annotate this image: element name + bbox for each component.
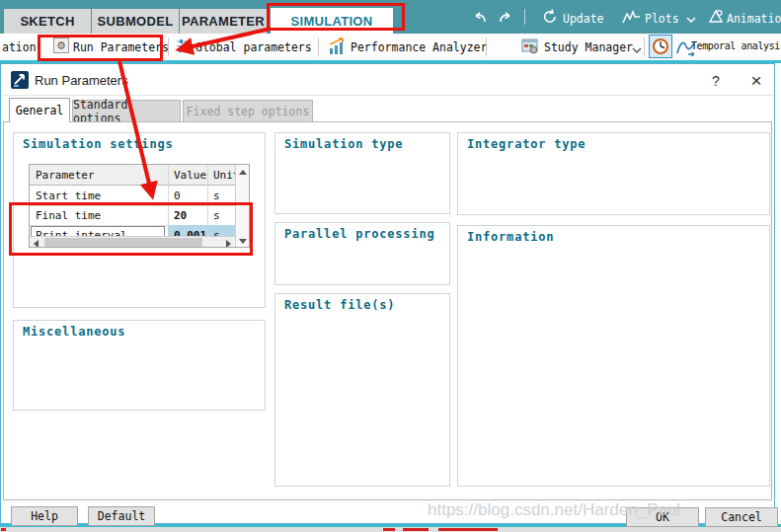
group-title: Simulation settings [23, 137, 173, 151]
group-title: Simulation type [284, 137, 403, 151]
table-cell-value[interactable]: 0 [174, 186, 181, 205]
dialog-title: Run Parameters [35, 73, 128, 88]
global-parameters-button[interactable]: Global parameters [195, 40, 312, 54]
toolbar-separator [318, 38, 319, 56]
tab-parameter[interactable]: PARAMETER [180, 9, 267, 34]
global-parameters-icon [176, 38, 192, 56]
titlebar-divider [1, 95, 774, 96]
toolbar-separator [168, 38, 169, 56]
run-parameters-icon: ⚙ [53, 38, 69, 53]
toolbar-clipped-label: ation [2, 40, 37, 54]
column-header-unit: Unit [207, 165, 235, 186]
simulation-toolbar: ation ⚙ Run Parameters Global parameters… [0, 34, 781, 60]
group-title: Parallel processing [284, 227, 434, 241]
ribbon-bar: SKETCH SUBMODEL PARAMETER SIMULATION Upd… [0, 0, 781, 34]
group-result-files [274, 293, 450, 487]
run-parameters-button[interactable]: Run Parameters [73, 40, 169, 54]
ribbon-separator [524, 9, 525, 25]
scroll-up-icon[interactable] [239, 170, 247, 175]
table-row[interactable]: Start time [36, 186, 101, 205]
group-information [457, 225, 770, 487]
clipped-red-mark [438, 528, 498, 531]
table-cell-unit: s [213, 186, 220, 205]
update-icon[interactable] [541, 8, 559, 29]
application-window: SKETCH SUBMODEL PARAMETER SIMULATION Upd… [0, 0, 781, 532]
redo-icon[interactable] [497, 9, 513, 28]
chevron-down-icon[interactable] [686, 14, 696, 27]
app-logo-icon [11, 71, 29, 92]
column-header-value: Value [168, 165, 207, 186]
vertical-scrollbar[interactable] [235, 165, 250, 248]
group-title: Miscellaneous [23, 325, 125, 339]
plots-button[interactable]: Plots [645, 12, 679, 26]
dialog-tab-fixed-step-options: Fixed step options [183, 100, 313, 122]
group-title: Integrator type [467, 137, 586, 151]
horizontal-scrollbar[interactable] [30, 236, 235, 248]
scroll-right-icon[interactable] [226, 240, 231, 248]
group-title: Information [467, 230, 554, 244]
plots-icon[interactable] [622, 10, 642, 28]
run-parameters-dialog: Run Parameters ? × General Standard opti… [0, 63, 775, 524]
settings-table[interactable]: Parameter Value Unit Start time 0 s Fina… [29, 164, 250, 248]
chevron-down-icon[interactable] [632, 44, 642, 57]
dialog-tab-general[interactable]: General [9, 98, 70, 122]
study-manager-icon [521, 38, 539, 57]
animation-button[interactable]: Animation [727, 12, 781, 26]
clipped-red-mark [383, 528, 395, 531]
performance-analyzer-button[interactable]: Performance Analyzer [351, 40, 487, 54]
temporal-analysis-label: Temporal analysis [691, 40, 781, 51]
undo-icon[interactable] [472, 9, 489, 28]
dialog-close-button[interactable]: × [740, 69, 773, 93]
cancel-button[interactable]: Cancel [705, 507, 778, 527]
default-button[interactable]: Default [88, 506, 155, 526]
ok-button[interactable]: OK [626, 507, 699, 527]
tab-simulation[interactable]: SIMULATION [271, 8, 393, 34]
table-cell-unit: s [213, 205, 220, 225]
animation-icon[interactable] [707, 8, 724, 28]
study-manager-button[interactable]: Study Manager [544, 40, 633, 54]
scroll-left-icon[interactable] [34, 240, 39, 248]
update-button[interactable]: Update [563, 12, 604, 26]
time-domain-toolbutton[interactable] [649, 35, 672, 58]
help-button[interactable]: Help [11, 506, 78, 526]
clipped-red-mark [1, 528, 6, 531]
group-title: Result file(s) [284, 298, 395, 312]
tab-submodel[interactable]: SUBMODEL [92, 9, 179, 34]
clipped-red-mark [403, 528, 429, 531]
tab-sketch[interactable]: SKETCH [4, 9, 91, 34]
scroll-down-icon[interactable] [239, 239, 247, 244]
table-row[interactable]: Final time [36, 205, 101, 225]
dialog-tab-standard-options[interactable]: Standard options [72, 100, 181, 122]
column-header-parameter: Parameter [30, 165, 168, 186]
performance-analyzer-icon [328, 37, 348, 59]
toolbar-separator [644, 38, 645, 56]
toolbar-separator [486, 38, 487, 56]
scrollbar-thumb[interactable] [44, 238, 202, 248]
table-cell-value[interactable]: 20 [174, 205, 187, 225]
dialog-help-button[interactable]: ? [702, 69, 730, 93]
